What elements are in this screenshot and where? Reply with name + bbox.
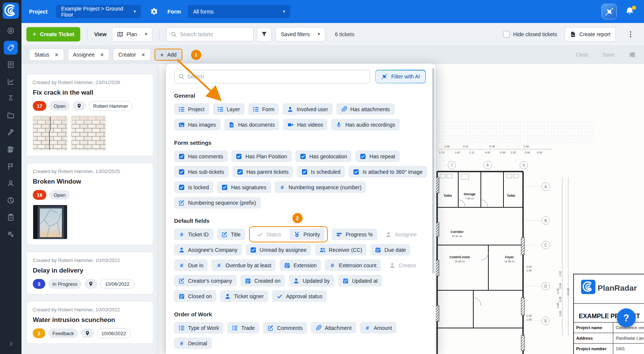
plan-dimension: 1.62 xyxy=(455,151,460,154)
decimal-filter-option[interactable]: #Decimal xyxy=(174,337,212,349)
filter-chip-creator[interactable]: Creator✕ xyxy=(113,49,151,61)
due-date-filter-option[interactable]: Due date xyxy=(370,244,410,256)
receiver-cc-filter-option[interactable]: Receiver (CC) xyxy=(315,244,367,256)
sidebar-item-settings[interactable] xyxy=(4,227,18,241)
clear-filters-button[interactable]: Clear xyxy=(576,52,588,58)
ticket-photo-thumbnail[interactable] xyxy=(33,205,67,239)
trade-filter-option[interactable]: Trade xyxy=(227,322,259,334)
filter-chip-assignee[interactable]: Assignee✕ xyxy=(68,49,110,61)
project-filter-option[interactable]: Project xyxy=(174,103,209,115)
has-audio-recordings-filter-option[interactable]: Has audio recordings xyxy=(331,119,399,130)
ticket-number-badge: 2 xyxy=(33,328,45,338)
location-pin-icon xyxy=(85,331,90,336)
panel-scrollbar[interactable] xyxy=(432,68,434,274)
sidebar-item-folder[interactable] xyxy=(4,109,18,123)
filter-chip-status[interactable]: Status✕ xyxy=(29,49,64,61)
planradar-logo[interactable] xyxy=(3,3,19,19)
ticket-photo-thumbnail[interactable] xyxy=(71,116,106,150)
progress-filter-option[interactable]: Progress % xyxy=(332,228,377,240)
numbering-sequence-number-filter-option[interactable]: #Numbering sequence (number) xyxy=(275,181,366,193)
close-icon[interactable]: ✕ xyxy=(141,52,145,58)
closed-on-filter-option[interactable]: Closed on xyxy=(174,290,216,302)
assignee-s-company-filter-option[interactable]: Assignee's Company xyxy=(174,244,242,256)
notifications-bell-icon[interactable] xyxy=(625,7,635,17)
sidebar-collapse-button[interactable] xyxy=(4,338,18,349)
created-on-filter-option[interactable]: Created on xyxy=(240,275,285,287)
type-of-work-filter-option[interactable]: Type of Work xyxy=(174,322,223,334)
has-attachments-filter-option[interactable]: Has attachments xyxy=(337,103,395,115)
ai-assistant-button[interactable] xyxy=(601,4,617,19)
project-selector[interactable]: Example Project > Ground Floor ▾ xyxy=(56,5,141,18)
help-button[interactable]: ? xyxy=(617,308,636,327)
has-comments-filter-option[interactable]: Has comments xyxy=(174,150,228,162)
filter-search-input[interactable] xyxy=(187,74,366,80)
extension-count-filter-option[interactable]: #Extension count xyxy=(325,259,381,271)
ticket-photo-thumbnail[interactable] xyxy=(33,116,67,150)
sidebar-item-clipboard[interactable] xyxy=(4,210,18,224)
updated-by-filter-option[interactable]: Updated by xyxy=(289,275,334,287)
title-filter-option[interactable]: Title xyxy=(217,228,245,240)
approval-status-filter-option[interactable]: Approval status xyxy=(272,290,327,302)
priority-filter-option[interactable]: Priority xyxy=(289,228,324,240)
filter-with-ai-button[interactable]: Filter with AI xyxy=(375,70,426,83)
checkbox-unchecked[interactable] xyxy=(503,31,510,38)
ticket-card[interactable]: Created by Robert Hammer, 10/03/2022 Del… xyxy=(26,252,153,294)
is-locked-filter-option[interactable]: Is locked xyxy=(174,181,213,193)
sidebar-item-flag[interactable] xyxy=(4,159,18,173)
sidebar-item-insights[interactable] xyxy=(4,193,18,207)
sidebar-item-tickets[interactable] xyxy=(4,41,18,55)
ticket-signer-filter-option[interactable]: Ticket signer xyxy=(220,290,268,302)
sidebar-item-explore[interactable] xyxy=(4,24,18,38)
ticket-id-filter-option[interactable]: #Ticket ID xyxy=(174,228,213,240)
ticket-card[interactable]: Created by Robert Hammer, 23/01/2026 Fix… xyxy=(26,74,153,156)
due-in-filter-option[interactable]: #Due in xyxy=(174,259,208,271)
project-settings-gear-icon[interactable] xyxy=(150,8,158,16)
sidebar-item-library[interactable] xyxy=(4,143,18,156)
unread-by-assignee-filter-option[interactable]: Unread by assignee xyxy=(246,244,311,256)
sidebar-item-statistics[interactable] xyxy=(4,75,18,89)
sidebar-item-tools[interactable] xyxy=(4,126,18,139)
has-geolocation-filter-option[interactable]: Has geolocation xyxy=(295,150,352,162)
has-parent-tickets-filter-option[interactable]: Has parent tickets xyxy=(233,166,293,178)
add-filter-button[interactable]: + Add xyxy=(154,49,182,61)
involved-user-filter-option[interactable]: Involved user xyxy=(283,103,332,115)
has-signatures-filter-option[interactable]: Has signatures xyxy=(217,181,271,193)
layer-filter-option[interactable]: Layer xyxy=(213,103,245,115)
amount-filter-option[interactable]: #Amount xyxy=(360,322,396,334)
has-plan-position-filter-option[interactable]: Has Plan Position xyxy=(231,150,292,162)
create-ticket-button[interactable]: + Create Ticket xyxy=(26,27,80,41)
view-mode-selector[interactable]: Plan ▾ xyxy=(112,27,153,41)
overdue-by-at-least-filter-option[interactable]: #Overdue by at least xyxy=(211,259,275,271)
is-scheduled-filter-option[interactable]: Is scheduled xyxy=(297,166,345,178)
has-sub-tickets-filter-option[interactable]: Has sub-tickets xyxy=(174,166,229,178)
sidebar-item-hook[interactable] xyxy=(4,92,18,106)
comments-filter-option[interactable]: Comments xyxy=(263,322,307,334)
has-images-filter-option[interactable]: Has images xyxy=(174,119,220,130)
sidebar-item-contacts[interactable] xyxy=(4,176,18,190)
save-filters-button[interactable]: Save xyxy=(603,52,615,58)
saved-filters-dropdown[interactable]: Saved filters ▾ xyxy=(275,27,325,41)
has-documents-filter-option[interactable]: Has documents xyxy=(224,119,279,130)
extension-filter-option[interactable]: Extension xyxy=(280,259,321,271)
filter-funnel-button[interactable] xyxy=(257,27,272,41)
has-videos-filter-option[interactable]: Has videos xyxy=(283,119,327,130)
create-report-button[interactable]: PDF Create report xyxy=(565,27,616,41)
hide-closed-tickets-checkbox[interactable]: Hide closed tickets xyxy=(503,31,557,38)
numbering-sequence-prefix-filter-option[interactable]: Numbering sequence (prefix) xyxy=(174,197,261,208)
updated-at-filter-option[interactable]: Updated at xyxy=(338,275,382,287)
ticket-search-input[interactable] xyxy=(180,31,249,37)
close-icon[interactable]: ✕ xyxy=(55,52,59,58)
has-repeat-filter-option[interactable]: Has repeat xyxy=(355,150,399,162)
filter-option-label: Trade xyxy=(241,325,255,331)
filter-settings-sliders-icon[interactable] xyxy=(629,51,636,58)
ticket-card[interactable]: Created by Robert Hammer, 13/02/2025 Bro… xyxy=(26,163,153,245)
ticket-card[interactable]: Created by Robert Hammer, 10/03/2022 Wat… xyxy=(26,301,153,344)
close-icon[interactable]: ✕ xyxy=(100,52,104,58)
creator-s-company-filter-option[interactable]: Creator's company xyxy=(174,275,237,287)
sidebar-item-forms[interactable] xyxy=(4,58,18,72)
form-selector[interactable]: All forms ▾ xyxy=(188,5,290,18)
is-attached-to-360-image-filter-option[interactable]: Is attached to 360° image xyxy=(349,166,427,178)
more-options-kebab-icon[interactable]: ⋮ xyxy=(624,30,637,38)
attachment-filter-option[interactable]: Attachment xyxy=(311,322,356,334)
form-filter-option[interactable]: Form xyxy=(248,103,279,115)
